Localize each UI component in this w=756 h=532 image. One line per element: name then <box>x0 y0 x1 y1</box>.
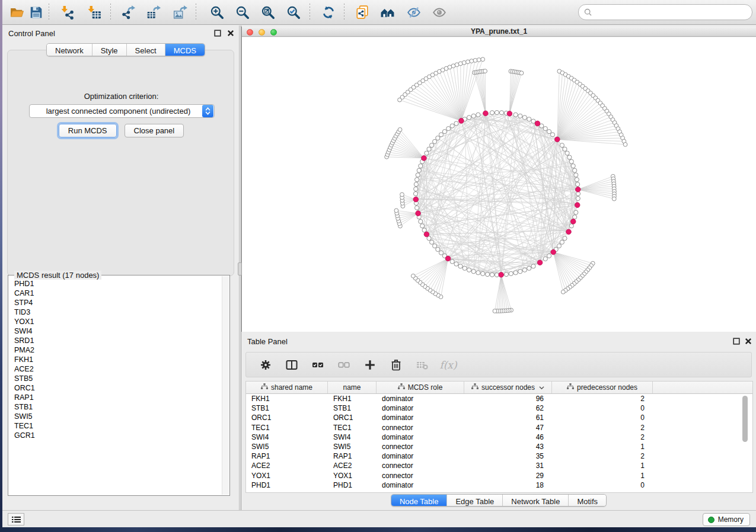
table-cell: 0 <box>552 480 653 490</box>
table-header-row: shared namenameMCDS rolesuccessor nodesp… <box>246 382 752 394</box>
search-icon <box>584 8 592 17</box>
import-table-button[interactable] <box>85 3 104 22</box>
tab-motifs[interactable]: Motifs <box>569 495 606 507</box>
table-cell: 31 <box>464 461 552 470</box>
table-cell: YOX1 <box>246 471 328 480</box>
tab-node-table[interactable]: Node Table <box>391 495 448 507</box>
add-column-button[interactable] <box>362 357 378 373</box>
export-table-button[interactable] <box>144 3 163 22</box>
tab-network[interactable]: Network <box>47 44 92 56</box>
column-header-shared-name[interactable]: shared name <box>246 382 328 393</box>
mcds-result-item[interactable]: PHD1 <box>9 279 221 289</box>
open-file-button[interactable] <box>8 3 27 22</box>
import-network-button[interactable] <box>58 3 77 22</box>
mcds-result-item[interactable]: STB5 <box>9 374 221 383</box>
table-cell: ACE2 <box>328 461 377 470</box>
search-input[interactable] <box>595 7 752 18</box>
table-row[interactable]: SWI5SWI5connector431 <box>246 442 752 451</box>
memory-button[interactable]: Memory <box>703 513 750 526</box>
search-box[interactable] <box>578 4 752 20</box>
tab-mcds[interactable]: MCDS <box>165 44 205 56</box>
mcds-result-item[interactable]: SRD1 <box>9 336 221 345</box>
deselect-all-rows-button[interactable] <box>336 357 352 373</box>
tab-style[interactable]: Style <box>92 44 127 56</box>
mcds-result-item[interactable]: ACE2 <box>9 364 221 374</box>
table-cell: FKH1 <box>328 394 377 403</box>
table-cell: 18 <box>464 480 552 490</box>
zoom-fit-button[interactable] <box>259 3 277 22</box>
refresh-view-button[interactable] <box>319 3 338 22</box>
table-row[interactable]: TEC1TEC1connector472 <box>246 423 752 432</box>
mcds-result-item[interactable]: PMA2 <box>9 345 221 355</box>
column-header-MCDS-role[interactable]: MCDS role <box>377 382 464 393</box>
table-row[interactable]: YOX1YOX1connector291 <box>246 471 752 480</box>
first-neighbors-button[interactable] <box>378 3 397 22</box>
table-row[interactable]: ACE2ACE2connector311 <box>246 461 752 470</box>
mcds-result-item[interactable]: SWI5 <box>9 412 221 421</box>
memory-status-icon <box>708 517 714 523</box>
float-panel-icon[interactable] <box>214 30 221 37</box>
mcds-result-item[interactable]: FKH1 <box>9 355 221 364</box>
mcds-list-scrollbar[interactable] <box>222 276 229 495</box>
table-row[interactable]: FKH1FKH1dominator962 <box>246 394 752 403</box>
table-cell: 1 <box>552 471 653 480</box>
show-tasks-button[interactable] <box>8 513 24 525</box>
table-row[interactable]: SWI4SWI4dominator462 <box>246 432 752 442</box>
close-panel-button[interactable]: Close panel <box>125 124 184 137</box>
delete-column-button[interactable] <box>388 357 404 373</box>
export-network-button[interactable] <box>119 3 138 22</box>
table-body: FKH1FKH1dominator962STB1STB1dominator620… <box>246 394 752 492</box>
save-session-button[interactable] <box>27 3 46 22</box>
table-scrollbar-thumb[interactable] <box>742 396 748 442</box>
mcds-result-item[interactable]: ORC1 <box>9 383 221 393</box>
mcds-result-item[interactable]: STB1 <box>9 402 221 412</box>
mcds-result-item[interactable]: TEC1 <box>9 421 221 431</box>
column-header-predecessor-nodes[interactable]: predecessor nodes <box>552 382 653 393</box>
table-cell: RAP1 <box>328 451 377 461</box>
tab-edge-table[interactable]: Edge Table <box>447 495 503 507</box>
mcds-result-item[interactable]: RAP1 <box>9 393 221 402</box>
network-canvas[interactable] <box>242 37 756 332</box>
mcds-result-item[interactable]: GCR1 <box>9 431 221 440</box>
column-label: name <box>343 383 361 392</box>
table-settings-button[interactable] <box>258 357 273 373</box>
mcds-result-item[interactable]: TID3 <box>9 307 221 317</box>
zoom-in-button[interactable] <box>208 3 227 22</box>
share-network-document-button[interactable] <box>353 3 372 22</box>
close-table-panel-icon[interactable] <box>745 338 752 345</box>
hide-panels-button[interactable] <box>404 3 423 22</box>
network-graph[interactable] <box>242 37 756 332</box>
table-cell: 61 <box>464 413 552 422</box>
zoom-out-button[interactable] <box>233 3 252 22</box>
float-table-panel-icon[interactable] <box>733 338 740 345</box>
table-cell: TEC1 <box>246 423 328 432</box>
table-cell: connector <box>377 471 464 480</box>
table-cell: 2 <box>552 432 653 442</box>
run-mcds-button[interactable]: Run MCDS <box>59 124 117 137</box>
select-all-rows-button[interactable] <box>310 357 326 373</box>
zoom-selected-button[interactable] <box>284 3 303 22</box>
split-table-button[interactable] <box>284 357 299 373</box>
export-image-button[interactable] <box>171 3 190 22</box>
close-panel-icon[interactable] <box>227 30 234 37</box>
shared-column-icon <box>261 383 268 392</box>
tab-network-table[interactable]: Network Table <box>503 495 569 507</box>
mcds-result-item[interactable]: STP4 <box>9 298 221 307</box>
mcds-result-item[interactable]: SWI4 <box>9 326 221 336</box>
table-row[interactable]: PHD1PHD1dominator180 <box>246 480 752 490</box>
table-row[interactable]: STB1STB1dominator620 <box>246 403 752 413</box>
column-header-successor-nodes[interactable]: successor nodes <box>464 382 552 393</box>
show-graphics-details-button[interactable] <box>430 3 449 22</box>
tab-select[interactable]: Select <box>127 44 165 56</box>
network-window-titlebar[interactable]: YPA_prune.txt_1 <box>242 27 756 37</box>
column-header-name[interactable]: name <box>328 382 377 393</box>
table-toolbar: f(x) <box>245 352 752 377</box>
mcds-result-item[interactable]: CAR1 <box>9 289 221 298</box>
table-row[interactable]: RAP1RAP1dominator352 <box>246 451 752 461</box>
optimization-criterion-dropdown[interactable]: largest connected component (undirected) <box>29 104 215 118</box>
mcds-result-item[interactable]: YOX1 <box>9 317 221 326</box>
table-row[interactable]: ORC1ORC1dominator610 <box>246 413 752 422</box>
table-cell: dominator <box>377 432 464 442</box>
table-cell: connector <box>377 461 464 470</box>
table-cell: YOX1 <box>328 471 377 480</box>
